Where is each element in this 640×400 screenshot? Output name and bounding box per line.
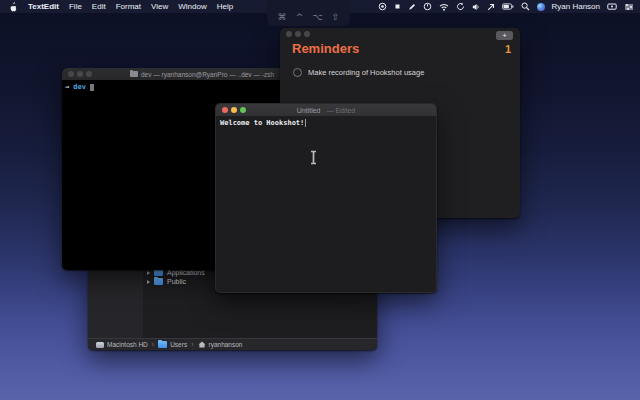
apple-icon <box>9 2 18 12</box>
minimize-button[interactable] <box>295 31 301 37</box>
menu-view[interactable]: View <box>151 2 168 11</box>
battery-icon <box>502 0 514 13</box>
option-key-icon: ⌥ <box>312 13 322 22</box>
menu-window[interactable]: Window <box>178 2 206 11</box>
prompt-arrow: → <box>65 83 69 91</box>
folder-icon <box>154 278 163 285</box>
insertion-caret <box>305 119 306 127</box>
zoom-button[interactable] <box>86 71 92 77</box>
active-app-name[interactable]: TextEdit <box>28 2 59 11</box>
finder-sidebar <box>88 268 143 338</box>
textedit-title: Untitled <box>297 107 321 114</box>
timer-icon[interactable] <box>423 0 432 13</box>
path-chevron-icon: › <box>152 341 154 348</box>
apple-menu[interactable] <box>9 0 18 13</box>
display-icon[interactable] <box>607 0 617 13</box>
path-segment-label: ryanhanson <box>209 341 243 348</box>
textedit-edited-badge: — Edited <box>326 107 355 114</box>
spotlight-icon[interactable] <box>521 0 530 13</box>
textedit-window: Untitled — Edited Welcome to Hookshot! <box>215 103 437 293</box>
disclosure-triangle-icon[interactable] <box>147 280 150 284</box>
path-segment-label: Users <box>170 341 187 348</box>
reminder-checkbox[interactable] <box>293 68 302 77</box>
reminders-count: 1 <box>505 43 511 55</box>
reminders-list-title: Reminders <box>292 41 359 56</box>
home-icon <box>198 341 206 348</box>
path-segment-label: Macintosh HD <box>107 341 148 348</box>
finder-row-label: Public <box>167 278 186 285</box>
prompt-path: dev <box>73 83 86 91</box>
stop-icon[interactable] <box>394 0 401 13</box>
command-key-icon: ⌘ <box>278 13 287 22</box>
reminder-item[interactable]: Make recording of Hookshot usage <box>293 68 424 77</box>
path-segment-home[interactable]: ryanhanson <box>198 341 243 348</box>
menu-file[interactable]: File <box>69 2 82 11</box>
reminders-titlebar[interactable] <box>280 28 520 39</box>
document-text: Welcome to Hookshot! <box>220 119 304 127</box>
path-chevron-icon: › <box>191 341 193 348</box>
ibeam-cursor <box>309 150 318 169</box>
menu-edit[interactable]: Edit <box>92 2 106 11</box>
sync-icon[interactable] <box>456 0 465 13</box>
shift-key-icon: ⇧ <box>332 13 340 22</box>
path-segment-users[interactable]: Users <box>158 341 187 348</box>
minimize-button[interactable] <box>77 71 83 77</box>
zoom-button[interactable] <box>304 31 310 37</box>
proxy-folder-icon <box>130 71 138 77</box>
textedit-content[interactable]: Welcome to Hookshot! <box>216 116 436 130</box>
finder-path-bar: Macintosh HD › Users › ryanhanson <box>88 338 377 350</box>
menu-format[interactable]: Format <box>116 2 141 11</box>
control-center-icon[interactable] <box>624 0 634 13</box>
folder-icon <box>154 269 163 276</box>
textedit-titlebar[interactable]: Untitled — Edited <box>216 104 436 116</box>
minimize-button[interactable] <box>231 107 237 113</box>
wifi-icon[interactable] <box>439 0 449 13</box>
reminder-label: Make recording of Hookshot usage <box>308 68 424 77</box>
disk-icon <box>96 342 104 348</box>
terminal-cursor <box>90 84 94 91</box>
add-reminder-button[interactable]: + <box>496 31 513 40</box>
pencil-icon[interactable] <box>408 0 416 13</box>
record-indicator-icon[interactable] <box>378 0 387 13</box>
finder-row-label: Applications <box>167 269 205 276</box>
terminal-title: dev — ryanhanson@RyanPro — ..dev — -zsh <box>141 71 274 78</box>
close-button[interactable] <box>68 71 74 77</box>
control-key-icon: ^ <box>296 13 304 22</box>
zoom-button[interactable] <box>240 107 246 113</box>
folder-icon <box>158 341 167 348</box>
close-button[interactable] <box>286 31 292 37</box>
volume-icon[interactable] <box>472 0 480 13</box>
path-segment-disk[interactable]: Macintosh HD <box>96 341 148 348</box>
menu-help[interactable]: Help <box>217 2 233 11</box>
close-button[interactable] <box>222 107 228 113</box>
user-menu[interactable]: Ryan Hanson <box>552 2 600 11</box>
desktop: TextEdit File Edit Format View Window He… <box>0 0 640 400</box>
siri-icon[interactable] <box>537 0 545 13</box>
hook-arrow-icon[interactable] <box>487 0 495 13</box>
disclosure-triangle-icon[interactable] <box>147 271 150 275</box>
modifier-key-panel: ⌘ ^ ⌥ ⇧ <box>267 0 350 26</box>
